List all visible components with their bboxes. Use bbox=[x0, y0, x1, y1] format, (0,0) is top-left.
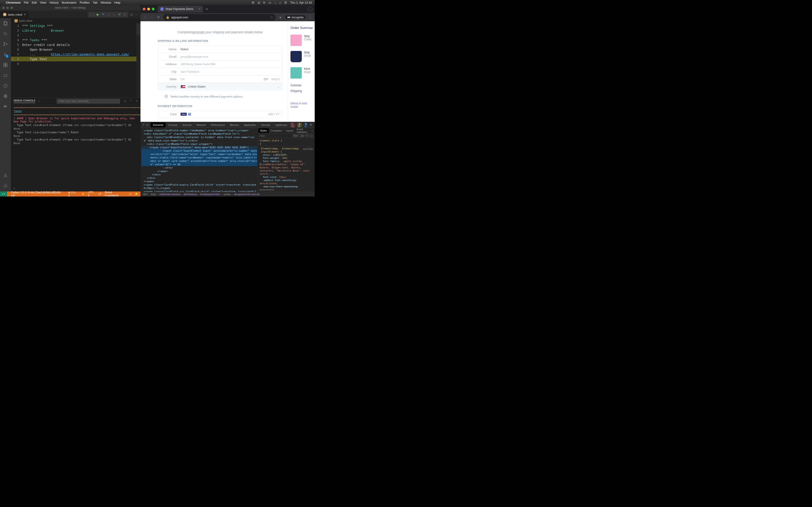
info-badge[interactable]: ■ 1 bbox=[304, 122, 308, 127]
menu-bookmarks[interactable]: Bookmarks bbox=[62, 1, 77, 4]
card-expiry-input[interactable]: MM / YY bbox=[268, 112, 280, 116]
tab-lighthouse[interactable]: Lighthouse bbox=[273, 122, 290, 127]
status-python[interactable]: Python 3.8.8 64-bit ('2aa1db4bb1a50e5e':… bbox=[11, 191, 65, 196]
status-feedback[interactable]: ☺ bbox=[129, 192, 132, 195]
tab-styles[interactable]: Styles bbox=[258, 128, 269, 133]
css-rules[interactable]: element.style {} <style> .ElementsApp, .… bbox=[258, 138, 315, 192]
menu-window[interactable]: Window bbox=[101, 1, 111, 4]
warn-badge[interactable]: ▲ 6 bbox=[297, 122, 302, 127]
tab-sources[interactable]: Sources bbox=[180, 122, 194, 127]
cls-toggle[interactable]: .cls bbox=[299, 134, 305, 137]
stop-button[interactable]: □ bbox=[122, 12, 127, 17]
status-icon-3[interactable]: K bbox=[263, 1, 265, 4]
status-language[interactable]: Robot Framework bbox=[105, 191, 126, 196]
browser-close[interactable] bbox=[143, 8, 145, 10]
console-input[interactable]: › bbox=[11, 185, 141, 191]
styles-settings-icon[interactable]: ▭ bbox=[309, 134, 313, 137]
drag-handle-icon[interactable]: ⋮⋮ bbox=[89, 13, 95, 16]
menu-history[interactable]: History bbox=[49, 1, 58, 4]
status-encoding[interactable]: UTF-8 bbox=[88, 191, 95, 196]
input-zip[interactable]: 94103 bbox=[271, 77, 280, 81]
battery-icon[interactable]: ▭ bbox=[268, 1, 271, 4]
menu-tab[interactable]: Tab bbox=[93, 1, 97, 4]
settings-gear-icon[interactable] bbox=[3, 183, 8, 189]
docker-icon[interactable] bbox=[3, 104, 8, 109]
browser-min[interactable] bbox=[147, 8, 150, 10]
more-actions-icon[interactable]: ⋯ bbox=[135, 13, 138, 16]
extensions-toolbar-icon[interactable]: ⬙ bbox=[278, 16, 283, 19]
status-eol[interactable]: LF bbox=[99, 192, 102, 195]
tab-console[interactable]: Console bbox=[166, 122, 180, 127]
step-out-button[interactable]: ↑ bbox=[112, 12, 116, 17]
tab-security[interactable]: Security bbox=[259, 122, 272, 127]
timeline-icon[interactable] bbox=[3, 83, 8, 89]
address-bar[interactable]: 🔒 appspot.com ☆ bbox=[163, 14, 276, 20]
bookmark-star-icon[interactable]: ☆ bbox=[270, 16, 273, 19]
split-editor-icon[interactable]: ◫ bbox=[130, 13, 133, 16]
incognito-badge[interactable]: 🕶 Incognito bbox=[285, 15, 306, 20]
tab-network[interactable]: Network bbox=[194, 122, 208, 127]
tab-performance[interactable]: Performance bbox=[208, 122, 227, 127]
reload-button[interactable]: ⟳ bbox=[156, 16, 161, 19]
elements-breadcrumb[interactable]: html› body› main#main.checkout› div#chec… bbox=[141, 192, 315, 196]
country-dropdown[interactable]: United States ⌄ bbox=[181, 85, 280, 88]
menu-help[interactable]: Help bbox=[114, 1, 120, 4]
continue-button[interactable]: ▶ bbox=[95, 12, 100, 17]
console-lines-icon[interactable]: ≡ bbox=[124, 100, 126, 103]
devtools-menu-icon[interactable]: ⋮ bbox=[314, 123, 315, 126]
tab-close[interactable]: × bbox=[199, 7, 200, 11]
status-icon-2[interactable]: ◎ bbox=[258, 1, 260, 4]
browser-tab[interactable]: Stripe Payments Demo × bbox=[158, 6, 203, 12]
collapse-icon[interactable]: ⌃ bbox=[130, 100, 132, 103]
inspect-icon[interactable]: ⬀ bbox=[142, 123, 144, 126]
new-rule-icon[interactable]: + bbox=[305, 134, 309, 137]
wifi-icon[interactable]: ⌵ bbox=[274, 1, 276, 4]
menubar-clock[interactable]: Thu 1. Apr 13.43 bbox=[290, 1, 312, 4]
breadcrumb[interactable]: tasks.robot bbox=[11, 18, 141, 23]
demo-mode-link[interactable]: Demo in test mode bbox=[291, 102, 315, 108]
close-panel-icon[interactable]: × bbox=[136, 100, 138, 103]
minimap[interactable] bbox=[136, 23, 141, 98]
input-email[interactable]: jenny@example.com bbox=[181, 55, 280, 58]
search-icon[interactable]: ⌕ bbox=[280, 1, 281, 4]
traffic-close[interactable] bbox=[2, 7, 5, 9]
editor-tab[interactable]: ⬢ tasks.robot × bbox=[0, 10, 29, 18]
menu-file[interactable]: File bbox=[24, 1, 29, 4]
forward-button[interactable]: → bbox=[150, 16, 154, 19]
generate-link[interactable]: generate bbox=[192, 30, 204, 34]
menubar-app[interactable]: Chromium bbox=[6, 1, 20, 4]
tab-elements[interactable]: Elements bbox=[151, 122, 166, 127]
input-city[interactable]: San Francisco bbox=[181, 70, 280, 73]
tab-close-icon[interactable]: × bbox=[24, 13, 26, 16]
debug-console-tab[interactable]: DEBUG CONSOLE bbox=[14, 99, 35, 103]
hov-toggle[interactable]: :hov bbox=[292, 134, 298, 137]
styles-filter-input[interactable] bbox=[260, 134, 273, 137]
step-into-button[interactable]: ↓ bbox=[106, 12, 111, 17]
tab-layout[interactable]: Layout bbox=[284, 128, 295, 133]
browser-menu-icon[interactable]: ⋮ bbox=[308, 15, 312, 20]
tab-more-icon[interactable]: » bbox=[310, 128, 315, 133]
restart-button[interactable]: ↺ bbox=[117, 12, 122, 17]
console-filter-input[interactable] bbox=[57, 99, 120, 104]
input-address[interactable]: 185 Berry Street Suite 550 bbox=[181, 62, 280, 66]
menu-edit[interactable]: Edit bbox=[32, 1, 37, 4]
extensions-icon[interactable] bbox=[3, 62, 8, 68]
browser-max[interactable] bbox=[152, 8, 155, 10]
explorer-icon[interactable] bbox=[3, 20, 8, 26]
traffic-max[interactable] bbox=[10, 7, 13, 9]
robot-icon[interactable] bbox=[3, 73, 8, 78]
new-tab-button[interactable]: + bbox=[206, 7, 208, 11]
panel-more-icon[interactable]: ⋯ bbox=[38, 100, 40, 103]
input-state[interactable]: CA bbox=[181, 77, 264, 81]
status-errors[interactable]: ⊗ 0 ⚠ 0 bbox=[68, 191, 78, 196]
remote-icon[interactable] bbox=[3, 94, 8, 99]
input-name[interactable]: Robot bbox=[181, 48, 280, 51]
card-number-input[interactable]: 42 bbox=[188, 113, 191, 116]
account-icon[interactable] bbox=[3, 173, 8, 178]
breakpoint-icon[interactable]: ▷ bbox=[11, 58, 15, 60]
tab-computed[interactable]: Computed bbox=[269, 128, 284, 133]
search-activity-icon[interactable] bbox=[3, 31, 8, 37]
device-toggle-icon[interactable]: ▭ bbox=[146, 123, 148, 126]
menu-profiles[interactable]: Profiles bbox=[80, 1, 90, 4]
devtools-settings-icon[interactable]: ⚙ bbox=[310, 123, 312, 126]
